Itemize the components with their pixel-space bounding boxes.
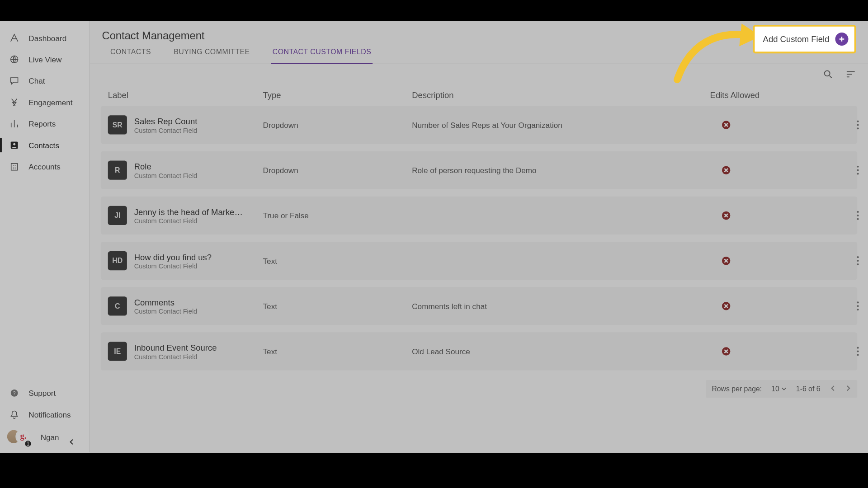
search-icon[interactable] [823, 69, 834, 82]
user-row[interactable]: g. 1 Ngan [0, 425, 90, 449]
next-page-icon[interactable] [845, 385, 851, 393]
row-type: Text [263, 256, 412, 265]
edits-disallowed-icon [722, 121, 730, 129]
svg-point-17 [857, 211, 859, 213]
add-custom-field-label: Add Custom Field [763, 34, 830, 44]
header-bar: Contact Management CONTACTSBUYING COMMIT… [90, 21, 868, 64]
bars-icon [8, 118, 20, 130]
svg-point-27 [857, 350, 859, 352]
tab-buying-committee[interactable]: BUYING COMMITTEE [173, 40, 251, 64]
edits-disallowed-icon [722, 211, 730, 220]
notification-badge: 1 [24, 440, 32, 448]
row-label: Role [134, 161, 197, 172]
row-initials: IE [108, 342, 127, 361]
sidebar-item-dashboard[interactable]: Dashboard [0, 27, 90, 48]
sidebar-item-label: Live View [28, 55, 61, 64]
sidebar-item-label: Engagement [28, 98, 72, 107]
col-description: Description [412, 90, 710, 100]
svg-point-28 [857, 354, 859, 356]
edits-disallowed-icon [722, 302, 730, 310]
svg-point-25 [857, 309, 859, 310]
row-menu-icon[interactable] [823, 301, 859, 311]
tab-contact-custom-fields[interactable]: CONTACT CUSTOM FIELDS [271, 40, 373, 64]
edits-disallowed-icon [722, 347, 730, 355]
building-icon [8, 161, 20, 173]
sidebar-item-live-view[interactable]: Live View [0, 49, 90, 70]
table-header: Label Type Description Edits Allowed [101, 90, 857, 106]
tabs: CONTACTSBUYING COMMITTEECONTACT CUSTOM F… [109, 40, 373, 64]
svg-point-13 [857, 127, 859, 129]
sidebar-item-contacts[interactable]: Contacts [0, 135, 90, 156]
row-label: Jenny is the head of Marketi… [134, 206, 245, 217]
row-label: Inbound Event Source [134, 343, 217, 353]
sidebar-item-support[interactable]: ?Support [0, 382, 90, 404]
col-type: Type [263, 90, 412, 100]
prev-page-icon[interactable] [830, 385, 836, 393]
person-icon [8, 139, 20, 151]
svg-point-12 [857, 124, 859, 126]
row-description: Comments left in chat [412, 301, 710, 310]
toolbar-icons [823, 69, 856, 82]
table-row[interactable]: CCommentsCustom Contact FieldTextComment… [101, 287, 857, 325]
svg-text:?: ? [13, 390, 16, 396]
add-custom-field-button[interactable]: Add Custom Field [757, 29, 852, 49]
tab-contacts[interactable]: CONTACTS [109, 40, 152, 64]
table-row[interactable]: IEInbound Event SourceCustom Contact Fie… [101, 332, 857, 370]
row-subtype: Custom Contact Field [134, 172, 197, 179]
row-initials: C [108, 296, 127, 315]
row-menu-icon[interactable] [823, 120, 859, 130]
page-title: Contact Management [102, 29, 204, 42]
sidebar-item-label: Reports [28, 119, 56, 128]
svg-line-7 [830, 75, 832, 78]
sidebar-item-notifications[interactable]: Notifications [0, 404, 90, 425]
sidebar-item-reports[interactable]: Reports [0, 113, 90, 134]
pagination: Rows per page: 10 1-6 of 6 [706, 380, 857, 398]
sidebar-item-engagement[interactable]: Engagement [0, 92, 90, 113]
row-menu-icon[interactable] [823, 256, 859, 266]
plus-icon [835, 33, 848, 46]
row-menu-icon[interactable] [823, 165, 859, 175]
row-subtype: Custom Contact Field [134, 217, 245, 225]
row-initials: R [108, 161, 127, 180]
svg-point-11 [857, 120, 859, 122]
row-menu-icon[interactable] [823, 211, 859, 220]
row-subtype: Custom Contact Field [134, 308, 197, 315]
svg-point-20 [857, 256, 859, 258]
user-name: Ngan [41, 433, 59, 442]
sidebar-item-chat[interactable]: Chat [0, 70, 90, 91]
row-type: Dropdown [263, 121, 412, 130]
col-edits: Edits Allowed [710, 90, 824, 100]
row-type: Dropdown [263, 166, 412, 175]
svg-point-18 [857, 215, 859, 216]
row-type: Text [263, 301, 412, 310]
chat-icon [8, 75, 20, 87]
row-description: Role of person requesting the Demo [412, 166, 710, 175]
table-row[interactable]: SRSales Rep CountCustom Contact FieldDro… [101, 106, 857, 144]
sidebar-item-accounts[interactable]: Accounts [0, 156, 90, 177]
sidebar-item-label: Dashboard [28, 33, 66, 42]
bell-icon [8, 408, 20, 420]
row-initials: JI [108, 206, 127, 225]
table-row[interactable]: HDHow did you find us?Custom Contact Fie… [101, 242, 857, 280]
row-description: Number of Sales Reps at Your Organizatio… [412, 121, 710, 130]
edits-disallowed-icon [722, 257, 730, 265]
table: Label Type Description Edits Allowed SRS… [90, 64, 868, 371]
sidebar: DashboardLive ViewChatEngagementReportsC… [0, 21, 90, 453]
table-row[interactable]: JIJenny is the head of Marketi…Custom Co… [101, 197, 857, 235]
svg-rect-3 [11, 164, 18, 170]
rows-per-page-select[interactable]: 10 [771, 385, 786, 393]
page-range: 1-6 of 6 [796, 385, 821, 393]
collapse-sidebar-icon[interactable] [64, 435, 79, 449]
svg-point-16 [857, 173, 859, 174]
row-type: Text [263, 347, 412, 356]
svg-point-22 [857, 263, 859, 265]
col-label: Label [108, 90, 263, 100]
row-menu-icon[interactable] [823, 347, 859, 356]
row-type: True or False [263, 211, 412, 220]
svg-point-19 [857, 218, 859, 220]
table-row[interactable]: RRoleCustom Contact FieldDropdownRole of… [101, 151, 857, 189]
sidebar-item-label: Accounts [28, 162, 61, 171]
svg-point-15 [857, 169, 859, 171]
sort-icon[interactable] [845, 69, 856, 82]
sidebar-item-label: Chat [28, 76, 45, 85]
